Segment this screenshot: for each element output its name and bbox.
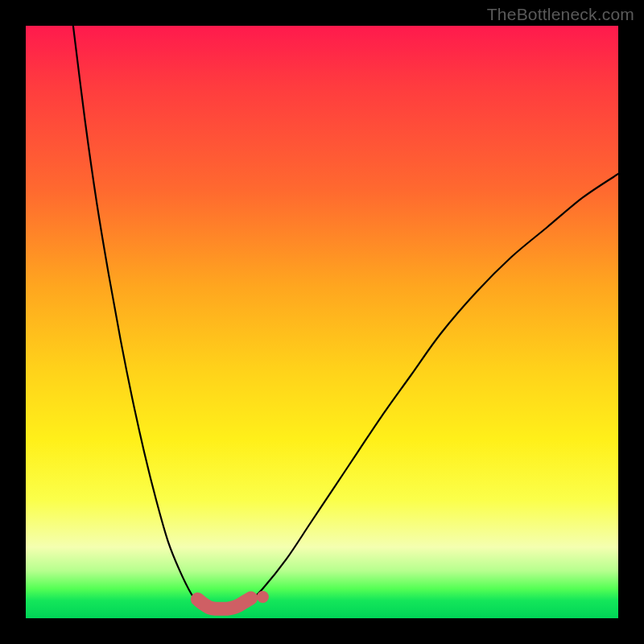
- trough-dot: [257, 591, 269, 603]
- chart-svg: [26, 26, 618, 618]
- trough-dot-point: [257, 591, 269, 603]
- plot-area: [26, 26, 618, 618]
- curve-layer: [73, 26, 618, 606]
- chart-frame: TheBottleneck.com: [0, 0, 644, 644]
- curve-right: [245, 174, 618, 606]
- trough-band: [197, 598, 250, 609]
- watermark-text: TheBottleneck.com: [487, 5, 634, 24]
- trough-band-path: [197, 598, 250, 609]
- curve-left: [73, 26, 200, 606]
